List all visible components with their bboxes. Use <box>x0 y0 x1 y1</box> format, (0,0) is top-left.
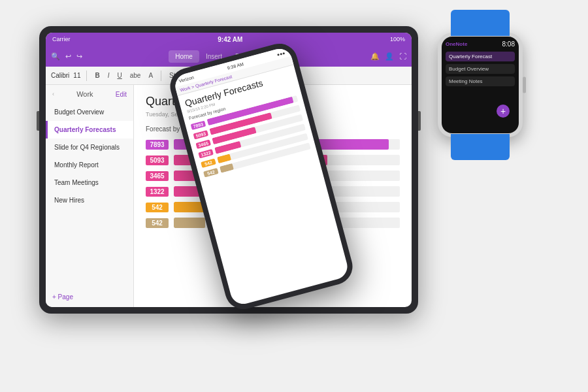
notification-icon[interactable]: 🔔 <box>370 52 380 61</box>
add-page-button[interactable]: + Page <box>46 287 133 307</box>
watch-screen: OneNote 8:08 Quarterly Forecast Budget O… <box>442 37 519 133</box>
font-color-button[interactable]: A <box>146 71 155 80</box>
font-size[interactable]: 11 <box>73 72 80 79</box>
phone-bar-label-2: 5093 <box>193 130 208 139</box>
sidebar-item-quarterly-forecasts[interactable]: Quarterly Forecasts <box>46 121 133 139</box>
sidebar-edit-button[interactable]: Edit <box>116 91 127 98</box>
phone-bar-label-6: 542 <box>203 168 219 177</box>
back-icon[interactable]: ↩ <box>65 52 71 61</box>
watch-app-name: OneNote <box>446 41 467 47</box>
watch-item-1[interactable]: Quarterly Forecast <box>446 52 515 61</box>
separator-2 <box>161 71 161 81</box>
sidebar-item-team-meetings[interactable]: Team Meetings <box>46 174 133 191</box>
sidebar-item-slide-q4[interactable]: Slide for Q4 Regionals <box>46 139 133 156</box>
scene: Carrier 9:42 AM 100% 🔍 ↩ ↪ Home Insert D… <box>0 0 588 392</box>
bar-fill-6 <box>174 218 205 228</box>
strikethrough-button[interactable]: abe <box>128 71 143 80</box>
fullscreen-icon[interactable]: ⛶ <box>399 52 406 60</box>
italic-button[interactable]: I <box>106 71 112 80</box>
watch-header: OneNote 8:08 <box>446 41 515 48</box>
bar-label-5: 542 <box>146 203 169 212</box>
phone-bar-label-5: 542 <box>201 158 216 167</box>
bar-label-2: 5093 <box>146 155 169 165</box>
tab-home[interactable]: Home <box>169 50 199 63</box>
font-name[interactable]: Calibri <box>51 72 69 79</box>
separator <box>86 71 87 81</box>
sidebar-header: ‹ Work Edit <box>46 85 133 103</box>
phone-battery: ●●● <box>276 50 286 57</box>
phone-bar-label-4: 1322 <box>198 149 214 158</box>
phone-bar-fill-5 <box>217 154 231 163</box>
time-label: 9:42 AM <box>218 36 242 43</box>
user-icon[interactable]: 👤 <box>385 52 394 61</box>
sidebar-item-new-hires[interactable]: New Hires <box>46 191 133 209</box>
tablet-volume-button <box>37 111 39 131</box>
bar-label-4: 1322 <box>146 187 169 197</box>
toolbar-left-icons: 🔍 ↩ ↪ <box>51 52 82 61</box>
add-page-label: + Page <box>52 293 73 301</box>
carrier-label: Carrier <box>52 36 71 42</box>
forward-icon[interactable]: ↪ <box>76 52 82 61</box>
sidebar-item-monthly-report[interactable]: Monthly Report <box>46 156 133 174</box>
bold-button[interactable]: B <box>93 71 101 80</box>
back-nav-icon[interactable]: ‹ <box>52 91 54 97</box>
tablet-power-button <box>418 111 421 131</box>
sidebar: ‹ Work Edit Budget Overview Quarterly Fo… <box>46 85 134 307</box>
watch-band-top <box>451 10 510 36</box>
search-icon[interactable]: 🔍 <box>51 52 60 61</box>
phone-bar-label-3: 3465 <box>195 139 211 148</box>
watch-items: Quarterly Forecast Budget Overview Meeti… <box>446 52 515 86</box>
watch-crown <box>523 77 526 93</box>
underline-button[interactable]: U <box>115 71 123 80</box>
watch-band-bottom <box>451 134 510 160</box>
bar-label-1: 7893 <box>146 140 169 150</box>
tablet-status-bar: Carrier 9:42 AM 100% <box>46 33 412 46</box>
apple-watch: OneNote 8:08 Quarterly Forecast Budget O… <box>438 33 523 137</box>
watch-plus-button[interactable]: + <box>497 105 510 118</box>
bar-label-3: 3465 <box>146 171 169 181</box>
battery-label: 100% <box>390 36 405 42</box>
watch-item-2[interactable]: Budget Overview <box>446 64 515 74</box>
sidebar-item-budget-overview[interactable]: Budget Overview <box>46 103 133 121</box>
toolbar-right-icons: 🔔 👤 ⛶ <box>370 52 406 61</box>
watch-item-3[interactable]: Meeting Notes <box>446 76 515 86</box>
bar-label-6: 542 <box>146 218 169 228</box>
watch-time: 8:08 <box>502 41 515 48</box>
phone-bar-fill-6 <box>220 163 234 173</box>
sidebar-section-label: Work <box>76 90 93 98</box>
phone-carrier: Verizon <box>178 74 194 83</box>
